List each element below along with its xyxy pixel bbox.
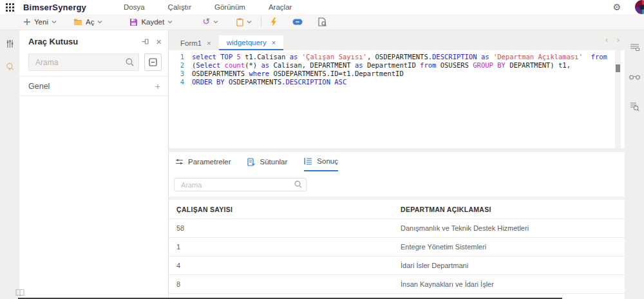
chevron-down-icon [167,19,173,24]
save-button[interactable]: Kaydet [124,14,178,30]
right-icon-strip [625,30,644,299]
tab-sutunlar[interactable]: Sütunlar [247,152,287,171]
toolbox-title: Araç Kutusu [28,37,135,46]
toolbox-icon[interactable] [6,39,14,48]
toolbar-separator [261,17,261,27]
code-token: DESCRIPTION [432,53,481,61]
tab-sutunlar-label: Sütunlar [260,158,287,166]
menu-item-calistir[interactable]: Çalıştır [168,3,191,11]
tab-sonuc[interactable]: Sonuç [304,152,338,171]
columns-icon [247,158,255,166]
tab-scroll-right-icon[interactable]: › [617,35,620,44]
code-token: Calisan, DEPARTMENT [273,61,354,70]
results-tabstrip: Parametreler Sütunlar Sonuç [169,152,625,171]
menu-item-gorunum[interactable]: Görünüm [214,3,245,11]
document-search-icon [318,17,327,26]
cell-departman-aciklamasi: İnsan Kaynakları ve İdari İşler [401,280,625,288]
results-search-input[interactable] [174,178,307,191]
app-title: BimserSynergy [23,3,86,12]
code-line[interactable]: 1select TOP 5 t1.Calisan as 'Çalışan Say… [169,53,625,61]
code-token: Select [196,61,224,70]
undo-button[interactable]: ↺ [197,14,223,30]
editor-scrollbar[interactable] [615,50,621,148]
open-button[interactable]: Aç [68,14,108,30]
connection-button[interactable] [287,14,308,30]
line-number: 2 [169,61,192,70]
tab-form1[interactable]: Form1 × [173,35,219,50]
preview-query-button[interactable] [313,14,332,30]
tab-close-icon[interactable]: × [272,39,276,46]
preview-glasses-icon[interactable] [629,74,640,80]
toolbox-section-label: Genel [28,82,155,91]
line-number: 4 [169,78,192,86]
close-panel-icon[interactable]: × [156,37,162,46]
code-lines: 1select TOP 5 t1.Calisan as 'Çalışan Say… [169,53,625,86]
pin-icon[interactable] [141,37,149,46]
cell-calisan-sayisi: 58 [169,224,401,232]
toolbox-section-genel[interactable]: Genel + [19,76,168,96]
user-avatar[interactable] [635,0,644,14]
new-button[interactable]: Yeni [18,14,62,30]
tab-form1-label: Form1 [180,39,202,47]
search-icon [126,58,134,66]
sliders-icon [175,158,184,166]
cell-departman-aciklamasi: Danışmanlık ve Teknik Destek Hizmetleri [401,224,625,232]
table-row[interactable]: 8İnsan Kaynakları ve İdari İşler [169,275,625,293]
collapse-all-button[interactable] [144,53,162,71]
code-line[interactable]: 3OSDEPARTMENTS where OSDEPARTMENTS.ID=t1… [169,70,625,78]
tab-widgetquery[interactable]: widgetquery × [219,35,283,50]
code-token: OSDEPARTMENTS [192,70,249,78]
form-properties-icon[interactable] [630,43,639,52]
tab-scroll-left-icon[interactable]: ‹ [605,35,608,44]
document-tabstrip: Form1 × widgetquery × ‹ › [169,30,625,50]
folder-icon [73,18,82,26]
toolbox-search-input[interactable] [28,53,139,71]
code-token: GROUP BY [473,61,509,70]
line-number: 3 [169,70,192,78]
main-menu: Dosya Çalıştır Görünüm Araçlar [124,3,292,11]
sql-editor[interactable]: 1select TOP 5 t1.Calisan as 'Çalışan Say… [169,50,625,148]
table-row[interactable]: 4İdari İsler Departmani [169,256,625,275]
toolbar: Yeni Aç Kaydet ↺ [0,14,644,30]
cell-departman-aciklamasi: Entegre Yönetim Sistemleri [401,243,625,251]
idea-bulb-icon[interactable] [6,63,14,72]
code-token: DepartmentID [367,61,420,70]
chevron-down-icon [213,19,218,24]
settings-gear-icon[interactable]: ⚙ [612,3,621,12]
menu-item-araclar[interactable]: Araçlar [269,3,292,11]
tab-parametreler-label: Parametreler [188,158,231,166]
app-launcher-icon[interactable] [6,3,14,12]
code-token: count [225,61,245,70]
result-table: ÇALIŞAN SAYISI DEPARTMAN AÇIKLAMASI 58Da… [169,200,625,299]
code-token: (*) [245,61,261,70]
cell-departman-aciklamasi: İdari İsler Departmani [401,262,625,269]
editor-scrollbar-thumb[interactable] [616,64,620,72]
left-icon-strip [0,30,19,299]
line-number: 1 [169,53,192,61]
results-panel: Parametreler Sütunlar Sonuç [169,152,625,299]
column-header-calisan-sayisi[interactable]: ÇALIŞAN SAYISI [169,206,401,213]
tab-sonuc-label: Sonuç [317,157,338,165]
tab-close-icon[interactable]: × [207,39,211,47]
app-window: BimserSynergy Dosya Çalıştır Görünüm Ara… [0,0,644,299]
menu-item-dosya[interactable]: Dosya [124,3,145,11]
code-line[interactable]: 4ORDER BY OSDEPARTMENTS.DESCRIPTION ASC [169,78,625,86]
paste-button[interactable] [231,14,257,30]
code-token: OSDEPARTMENTS. [229,78,286,86]
code-line[interactable]: 2(Select count(*) as Calisan, DEPARTMENT… [169,61,625,70]
code-token: OSUSERS [440,61,473,70]
main-area: Form1 × widgetquery × ‹ › 1select TOP 5 … [169,30,625,299]
search-icon [294,180,302,188]
code-token: 'Departman Açıklaması' [493,53,583,61]
tab-parametreler[interactable]: Parametreler [175,152,231,171]
run-button[interactable] [265,14,282,30]
table-row[interactable]: 1Entegre Yönetim Sistemleri [169,237,625,256]
column-header-departman-aciklamasi[interactable]: DEPARTMAN AÇIKLAMASI [401,206,625,213]
table-row[interactable]: 58Danışmanlık ve Teknik Destek Hizmetler… [169,218,625,237]
query-search-icon[interactable] [630,102,639,111]
add-section-icon[interactable]: + [155,81,160,92]
code-token: select [192,53,220,61]
menubar: BimserSynergy Dosya Çalıştır Görünüm Ara… [0,0,644,14]
help-book-icon[interactable] [15,289,24,296]
code-token: as [261,61,274,70]
